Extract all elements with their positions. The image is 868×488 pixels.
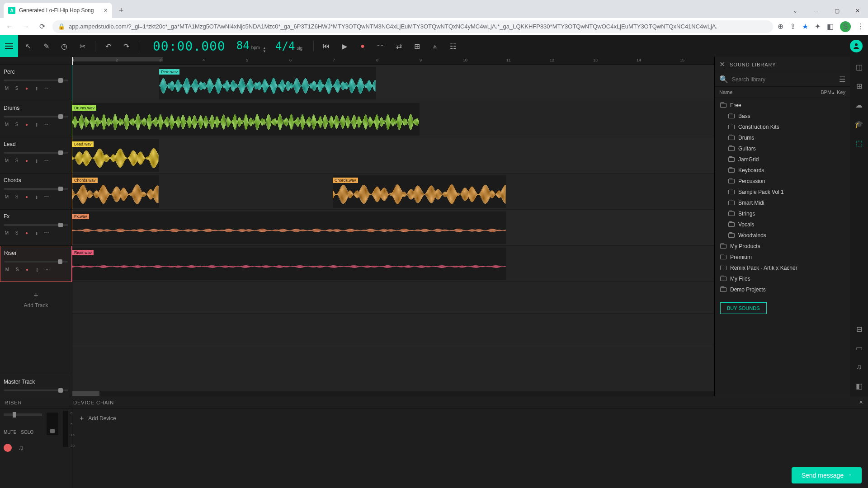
pointer-tool[interactable]: ↖	[20, 38, 36, 54]
library-folder[interactable]: Demo Projects	[715, 284, 850, 295]
library-folder[interactable]: Construction Kits	[715, 122, 850, 132]
install-app-icon[interactable]: ⊕	[778, 22, 783, 31]
editor-icon[interactable]: ◧	[853, 380, 865, 392]
automation-icon[interactable]: 〰	[43, 158, 50, 163]
bpm-control[interactable]: 84 bpm ▲▼	[236, 39, 266, 53]
share-icon[interactable]: ⇪	[790, 22, 796, 31]
user-avatar-icon[interactable]	[850, 40, 863, 52]
eq-icon[interactable]: ⫿	[33, 158, 40, 163]
eq-icon[interactable]: ⫿	[33, 230, 40, 235]
close-window-icon[interactable]: ✕	[847, 4, 868, 18]
piano-roll-icon[interactable]: ♫	[853, 361, 865, 373]
volume-slider[interactable]	[4, 261, 68, 263]
library-folder[interactable]: Vocals	[715, 219, 850, 230]
minimize-icon[interactable]: ─	[806, 4, 826, 18]
filter-icon[interactable]: ☰	[839, 75, 845, 84]
mixer-icon[interactable]: ☷	[445, 38, 461, 54]
arm-icon[interactable]: ●	[24, 122, 30, 127]
snap-icon[interactable]: ⊞	[409, 38, 425, 54]
automation-icon[interactable]: 〰	[43, 122, 50, 127]
library-columns[interactable]: Name BPM▲ Key	[715, 87, 850, 98]
audio-clip[interactable]: Chords.wav	[333, 175, 506, 208]
track-header-perc[interactable]: PercMS●⫿〰	[0, 65, 72, 101]
volume-slider[interactable]	[4, 188, 68, 190]
eq-icon[interactable]: ⫿	[34, 267, 40, 272]
library-folder[interactable]: Guitars	[715, 143, 850, 154]
library-toggle-icon[interactable]: ◫	[853, 61, 865, 73]
scroll-thumb[interactable]	[72, 391, 99, 396]
mute-button[interactable]: M	[4, 86, 10, 91]
close-dock-icon[interactable]: ✕	[859, 399, 863, 405]
mute-button[interactable]: M	[4, 230, 10, 235]
send-message-button[interactable]: Send message ⌃	[792, 467, 862, 483]
volume-slider[interactable]	[4, 224, 68, 226]
bpm-stepper-icon[interactable]: ▲▼	[263, 47, 266, 53]
forward-icon[interactable]: →	[20, 21, 32, 33]
arm-icon[interactable]: ●	[24, 267, 30, 272]
stopwatch-tool-icon[interactable]: ◷	[56, 38, 72, 54]
arm-icon[interactable]: ●	[24, 158, 30, 163]
automation-icon[interactable]: 〰	[43, 194, 50, 199]
solo-button[interactable]: S	[14, 86, 20, 91]
ruler[interactable]: 123456789101112131415	[72, 57, 714, 65]
solo-button[interactable]: S	[14, 267, 20, 272]
library-search-input[interactable]	[732, 76, 835, 83]
side-panel-icon[interactable]: ◧	[827, 22, 834, 31]
library-folder[interactable]: JamGrid	[715, 154, 850, 165]
arm-icon[interactable]: ●	[24, 194, 30, 199]
audio-clip[interactable]: Riser.wav	[72, 248, 506, 280]
chevron-down-icon[interactable]: ⌄	[785, 4, 806, 18]
eq-icon[interactable]: ⫿	[33, 194, 40, 199]
profile-avatar-icon[interactable]: S	[840, 21, 851, 32]
pencil-tool-icon[interactable]: ✎	[38, 38, 54, 54]
library-folder[interactable]: Keyboards	[715, 165, 850, 176]
mute-button[interactable]: M	[4, 158, 10, 163]
track-row[interactable]: Perc.wav	[72, 65, 714, 101]
timeline[interactable]: 123456789101112131415 Perc.wavDrums.wavL…	[72, 57, 714, 396]
track-row[interactable]: Lead.wav	[72, 137, 714, 174]
loop-icon[interactable]: ⇄	[391, 38, 407, 54]
close-tab-icon[interactable]: ×	[104, 7, 108, 14]
metronome-icon[interactable]: ⟁	[427, 38, 443, 54]
buy-sounds-button[interactable]: BUY SOUNDS	[720, 302, 767, 314]
mute-button[interactable]: MUTE	[4, 430, 16, 435]
solo-button[interactable]: S	[14, 194, 20, 199]
library-folder[interactable]: Premium	[715, 252, 850, 263]
time-signature-control[interactable]: 4/4 sig	[275, 40, 302, 52]
cloud-icon[interactable]: ☁	[853, 99, 865, 111]
pan-knob[interactable]	[47, 413, 58, 435]
main-menu-button[interactable]	[0, 35, 18, 57]
kebab-menu-icon[interactable]: ⋮	[857, 22, 864, 31]
mute-button[interactable]: M	[4, 122, 10, 127]
midi-input-icon[interactable]: ♫	[18, 444, 24, 452]
track-header-riser[interactable]: RiserMS●⫿〰	[0, 246, 72, 282]
audio-clip[interactable]: Perc.wav	[159, 67, 376, 99]
add-track-button[interactable]: + Add Track	[0, 282, 72, 318]
library-folder[interactable]: Smart Midi	[715, 197, 850, 208]
record-icon[interactable]: ●	[354, 38, 371, 54]
cut-tool-icon[interactable]: ✂	[74, 38, 90, 54]
add-device-button[interactable]: + Add Device	[80, 414, 116, 422]
volume-slider[interactable]	[4, 116, 68, 117]
library-folder[interactable]: My Products	[715, 241, 850, 252]
master-track-header[interactable]: Master Track	[0, 374, 72, 396]
track-header-lead[interactable]: LeadMS●⫿〰	[0, 137, 72, 174]
undo-icon[interactable]: ↶	[100, 38, 116, 54]
volume-slider[interactable]	[4, 80, 68, 81]
grid-icon[interactable]: ⊞	[853, 80, 865, 92]
library-folder[interactable]: Bass	[715, 111, 850, 122]
audio-clip[interactable]: Lead.wav	[72, 139, 159, 172]
extensions-icon[interactable]: ✦	[815, 22, 821, 31]
rewind-icon[interactable]: ⏮	[318, 38, 335, 54]
automation-icon[interactable]: 〰	[44, 267, 50, 272]
play-icon[interactable]: ▶	[336, 38, 353, 54]
track-header-fx[interactable]: FxMS●⫿〰	[0, 210, 72, 246]
volume-slider[interactable]	[4, 152, 68, 154]
solo-button[interactable]: S	[14, 158, 20, 163]
library-folder[interactable]: Woodwinds	[715, 230, 850, 241]
close-library-icon[interactable]: ✕	[719, 60, 725, 69]
automation-icon[interactable]: 〰	[373, 38, 389, 54]
solo-button[interactable]: S	[14, 230, 20, 235]
solo-button[interactable]: S	[14, 122, 20, 127]
master-volume-slider[interactable]	[4, 389, 68, 391]
